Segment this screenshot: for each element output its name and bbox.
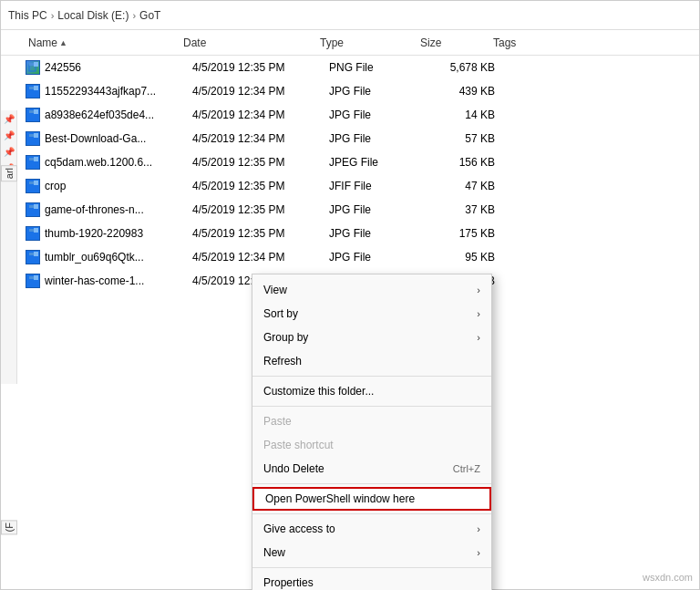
jpg-icon <box>26 202 40 217</box>
png-icon <box>26 60 40 75</box>
cell-type: JPG File <box>329 251 429 264</box>
menu-item-label: Properties <box>263 576 314 589</box>
file-icon <box>25 178 41 194</box>
svg-rect-19 <box>29 276 34 279</box>
file-icon <box>25 59 41 76</box>
breadcrumb-this-pc[interactable]: This PC <box>8 9 47 22</box>
menu-item-give-access-to[interactable]: Give access to› <box>252 517 491 541</box>
svg-rect-9 <box>29 158 34 160</box>
menu-item-label: Undo Delete <box>263 462 324 475</box>
col-header-type[interactable]: Type <box>320 36 420 49</box>
col-header-size[interactable]: Size <box>420 36 493 49</box>
file-icon <box>25 202 41 218</box>
cell-size: 439 KB <box>429 85 502 98</box>
cell-name: crop <box>45 180 192 192</box>
table-row[interactable]: a8938e624ef035de4... 4/5/2019 12:34 PM J… <box>17 103 699 127</box>
submenu-arrow-icon: › <box>477 332 480 343</box>
menu-item-label: Sort by <box>263 307 298 320</box>
svg-rect-1 <box>29 63 34 66</box>
table-row[interactable]: thumb-1920-220983 4/5/2019 12:35 PM JPG … <box>17 222 699 245</box>
left-sidebar: 📌 📌 📌 📌 <box>1 110 17 384</box>
col-header-tags[interactable]: Tags <box>493 36 566 49</box>
file-icon <box>25 225 41 242</box>
col-header-name[interactable]: Name ▲ <box>28 36 183 49</box>
menu-item-customize-this-folder...[interactable]: Customize this folder... <box>252 379 491 403</box>
svg-rect-17 <box>29 253 34 255</box>
cell-date: 4/5/2019 12:34 PM <box>192 251 329 264</box>
menu-item-new[interactable]: New› <box>252 541 491 564</box>
cell-size: 14 KB <box>429 109 502 121</box>
cell-size: 95 KB <box>429 251 502 264</box>
menu-item-paste: Paste <box>252 409 491 433</box>
cell-date: 4/5/2019 12:35 PM <box>192 180 329 192</box>
svg-rect-14 <box>29 231 36 237</box>
breadcrumb-local-disk[interactable]: Local Disk (E:) <box>57 9 129 22</box>
cell-name: Best-Download-Ga... <box>45 132 192 145</box>
svg-rect-6 <box>29 136 36 142</box>
svg-rect-18 <box>29 278 36 285</box>
table-row[interactable]: 11552293443ajfkap7... 4/5/2019 12:34 PM … <box>17 79 699 103</box>
svg-rect-15 <box>29 229 34 232</box>
menu-item-properties[interactable]: Properties <box>252 571 491 590</box>
file-icon <box>25 130 41 147</box>
file-icon <box>25 249 41 265</box>
menu-item-label: Paste <box>263 415 292 428</box>
jpg-icon <box>26 155 40 170</box>
table-row[interactable]: 242556 4/5/2019 12:35 PM PNG File 5,678 … <box>17 56 699 79</box>
menu-item-undo-delete[interactable]: Undo DeleteCtrl+Z <box>252 457 491 481</box>
cell-size: 175 KB <box>429 227 502 240</box>
menu-separator <box>252 376 491 377</box>
breadcrumb-got[interactable]: GoT <box>139 9 160 22</box>
menu-separator <box>252 513 491 514</box>
cell-date: 4/5/2019 12:34 PM <box>192 132 329 145</box>
file-icon <box>25 107 41 123</box>
table-row[interactable]: Best-Download-Ga... 4/5/2019 12:34 PM JP… <box>17 127 699 150</box>
menu-item-refresh[interactable]: Refresh <box>252 349 491 373</box>
watermark: wsxdn.com <box>643 572 693 583</box>
pin-icon-1: 📌 <box>3 114 15 127</box>
svg-rect-16 <box>29 254 36 261</box>
menu-item-label: Group by <box>263 331 308 344</box>
col-header-date[interactable]: Date <box>183 36 320 49</box>
table-row[interactable]: crop 4/5/2019 12:35 PM JFIF File 47 KB <box>17 174 699 198</box>
menu-separator <box>252 406 491 407</box>
menu-separator <box>252 483 491 484</box>
menu-item-sort-by[interactable]: Sort by› <box>252 302 491 326</box>
svg-rect-13 <box>29 205 34 208</box>
menu-item-shortcut: Ctrl+Z <box>453 463 480 474</box>
menu-item-label: Give access to <box>263 523 335 535</box>
table-row[interactable]: tumblr_ou69q6Qtk... 4/5/2019 12:34 PM JP… <box>17 245 699 269</box>
jpg-icon <box>26 131 40 146</box>
bottom-label: (F <box>1 520 17 534</box>
menu-separator <box>252 567 491 568</box>
cell-date: 4/5/2019 12:34 PM <box>192 85 329 98</box>
cell-type: PNG File <box>329 61 429 74</box>
svg-rect-8 <box>29 160 36 166</box>
cell-date: 4/5/2019 12:35 PM <box>192 203 329 216</box>
sidebar-label: arl <box>1 165 17 181</box>
cell-name: a8938e624ef035de4... <box>45 109 192 121</box>
menu-item-paste-shortcut: Paste shortcut <box>252 433 491 457</box>
cell-name: cq5dam.web.1200.6... <box>45 156 192 169</box>
menu-item-view[interactable]: View› <box>252 278 491 302</box>
table-row[interactable]: cq5dam.web.1200.6... 4/5/2019 12:35 PM J… <box>17 150 699 174</box>
cell-name: tumblr_ou69q6Qtk... <box>45 251 192 264</box>
menu-item-label: Open PowerShell window here <box>265 492 415 505</box>
table-row[interactable]: game-of-thrones-n... 4/5/2019 12:35 PM J… <box>17 198 699 222</box>
svg-rect-10 <box>29 183 36 190</box>
menu-item-open-powershell-window-here[interactable]: Open PowerShell window here <box>252 487 491 511</box>
menu-item-label: Paste shortcut <box>263 439 334 451</box>
cell-size: 37 KB <box>429 203 502 216</box>
context-menu: View›Sort by›Group by›RefreshCustomize t… <box>252 274 492 590</box>
jpg-icon <box>26 84 40 98</box>
column-headers: Name ▲ Date Type Size Tags <box>1 30 699 56</box>
menu-item-label: Customize this folder... <box>263 385 374 398</box>
submenu-arrow-icon: › <box>477 523 480 534</box>
breadcrumb-sep-1: › <box>51 10 55 21</box>
menu-item-group-by[interactable]: Group by› <box>252 326 491 349</box>
submenu-arrow-icon: › <box>477 285 480 295</box>
cell-date: 4/5/2019 12:34 PM <box>192 109 329 121</box>
svg-rect-4 <box>29 112 36 119</box>
cell-type: JPG File <box>329 85 429 98</box>
submenu-arrow-icon: › <box>477 547 480 558</box>
